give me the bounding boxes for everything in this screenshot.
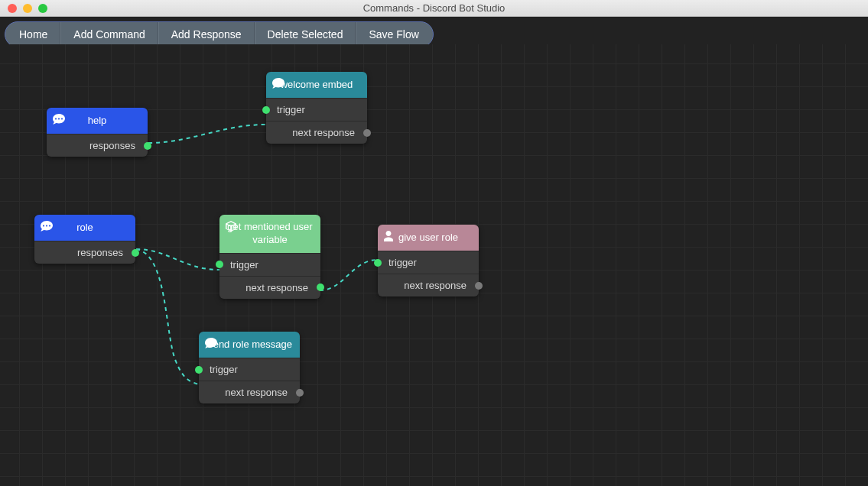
speech-icon	[41, 221, 53, 235]
output-port[interactable]	[132, 249, 139, 257]
save-flow-button[interactable]: Save Flow	[356, 22, 432, 47]
close-icon[interactable]	[8, 4, 17, 13]
input-port[interactable]	[216, 261, 223, 268]
minimize-icon[interactable]	[23, 4, 32, 13]
next-response-label: next response	[404, 280, 467, 291]
maximize-icon[interactable]	[38, 4, 47, 13]
toolbar-pill: Home Add Command Add Response Delete Sel…	[5, 21, 434, 47]
node-get-mentioned-title: get mentioned user variable	[226, 221, 314, 247]
trigger-label: trigger	[210, 364, 238, 375]
output-port[interactable]	[296, 389, 304, 397]
node-role-header[interactable]: role	[34, 215, 135, 241]
node-help[interactable]: help responses	[47, 108, 148, 157]
next-response-label: next response	[225, 387, 288, 398]
node-get-mentioned[interactable]: get mentioned user variable trigger next…	[219, 215, 320, 299]
output-port[interactable]	[144, 142, 151, 150]
output-port[interactable]	[363, 129, 371, 137]
node-get-mentioned-trigger[interactable]: trigger	[219, 253, 320, 276]
node-get-mentioned-body: trigger next response	[219, 253, 320, 299]
speech-icon	[272, 78, 284, 92]
node-give-role[interactable]: give user role trigger next response	[378, 225, 479, 296]
home-button[interactable]: Home	[5, 22, 60, 47]
node-welcome-header[interactable]: welcome embed	[266, 72, 367, 98]
node-send-role-message[interactable]: Send role message trigger next response	[199, 332, 300, 403]
node-give-role-title: give user role	[398, 232, 458, 245]
trigger-label: trigger	[388, 257, 417, 268]
responses-label: responses	[77, 247, 123, 258]
node-send-role-next[interactable]: next response	[199, 381, 300, 403]
input-port[interactable]	[195, 366, 203, 374]
input-port[interactable]	[262, 106, 270, 114]
node-help-responses[interactable]: responses	[47, 134, 148, 157]
node-give-role-trigger[interactable]: trigger	[378, 251, 479, 274]
node-help-title: help	[88, 115, 107, 128]
flow-canvas[interactable]: help responses welcome embed trigger nex…	[0, 44, 868, 486]
responses-label: responses	[89, 140, 135, 151]
trigger-label: trigger	[230, 259, 258, 271]
speech-icon	[205, 338, 217, 352]
input-port[interactable]	[374, 259, 382, 267]
node-send-role-header[interactable]: Send role message	[199, 332, 300, 358]
node-welcome-trigger[interactable]: trigger	[266, 98, 367, 121]
add-command-button[interactable]: Add Command	[60, 22, 158, 47]
user-icon	[384, 231, 393, 245]
titlebar: Commands - Discord Bot Studio	[0, 0, 868, 17]
node-role-responses[interactable]: responses	[34, 241, 135, 264]
node-help-header[interactable]: help	[47, 108, 148, 134]
add-response-button[interactable]: Add Response	[158, 22, 255, 47]
node-role-body: responses	[34, 241, 135, 264]
trigger-label: trigger	[277, 104, 305, 115]
node-role[interactable]: role responses	[34, 215, 135, 264]
node-get-mentioned-header[interactable]: get mentioned user variable	[219, 215, 320, 253]
output-port[interactable]	[317, 284, 324, 291]
node-help-body: responses	[47, 134, 148, 157]
node-welcome-embed[interactable]: welcome embed trigger next response	[266, 72, 367, 144]
node-welcome-next[interactable]: next response	[266, 121, 367, 144]
node-role-title: role	[76, 222, 93, 235]
delete-selected-button[interactable]: Delete Selected	[255, 22, 356, 47]
cube-icon	[226, 221, 236, 235]
next-response-label: next response	[245, 282, 308, 293]
node-welcome-title: welcome embed	[281, 79, 353, 92]
speech-icon	[53, 114, 65, 128]
node-give-role-body: trigger next response	[378, 251, 479, 296]
node-send-role-title: Send role message	[206, 339, 292, 352]
output-port[interactable]	[475, 282, 483, 290]
node-welcome-body: trigger next response	[266, 98, 367, 144]
next-response-label: next response	[292, 127, 355, 138]
node-send-role-body: trigger next response	[199, 358, 300, 403]
traffic-lights	[0, 4, 47, 13]
window-title: Commands - Discord Bot Studio	[363, 2, 506, 14]
node-give-role-next[interactable]: next response	[378, 274, 479, 296]
node-send-role-trigger[interactable]: trigger	[199, 358, 300, 381]
node-give-role-header[interactable]: give user role	[378, 225, 479, 251]
node-get-mentioned-next[interactable]: next response	[219, 276, 320, 299]
